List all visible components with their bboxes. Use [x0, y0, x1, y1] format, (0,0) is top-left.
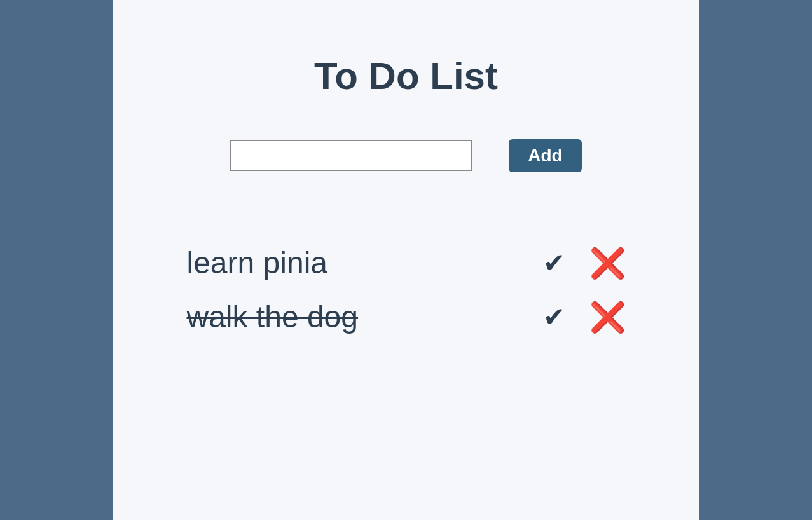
- item-actions: ✔ ❌: [543, 303, 626, 332]
- todo-card: To Do List Add learn pinia ✔ ❌ walk the …: [113, 0, 699, 520]
- cross-icon[interactable]: ❌: [589, 303, 626, 332]
- add-form: Add: [113, 139, 699, 172]
- cross-icon[interactable]: ❌: [589, 249, 626, 278]
- list-item: learn pinia ✔ ❌: [187, 245, 626, 280]
- todo-list: learn pinia ✔ ❌ walk the dog ✔ ❌: [187, 245, 626, 334]
- item-actions: ✔ ❌: [543, 249, 626, 278]
- item-text: learn pinia: [187, 245, 327, 280]
- add-button[interactable]: Add: [509, 139, 581, 172]
- page-title: To Do List: [113, 54, 699, 98]
- list-item: walk the dog ✔ ❌: [187, 299, 626, 334]
- check-icon[interactable]: ✔: [543, 250, 565, 277]
- item-text: walk the dog: [187, 299, 359, 334]
- new-item-input[interactable]: [230, 140, 472, 171]
- check-icon[interactable]: ✔: [543, 304, 565, 331]
